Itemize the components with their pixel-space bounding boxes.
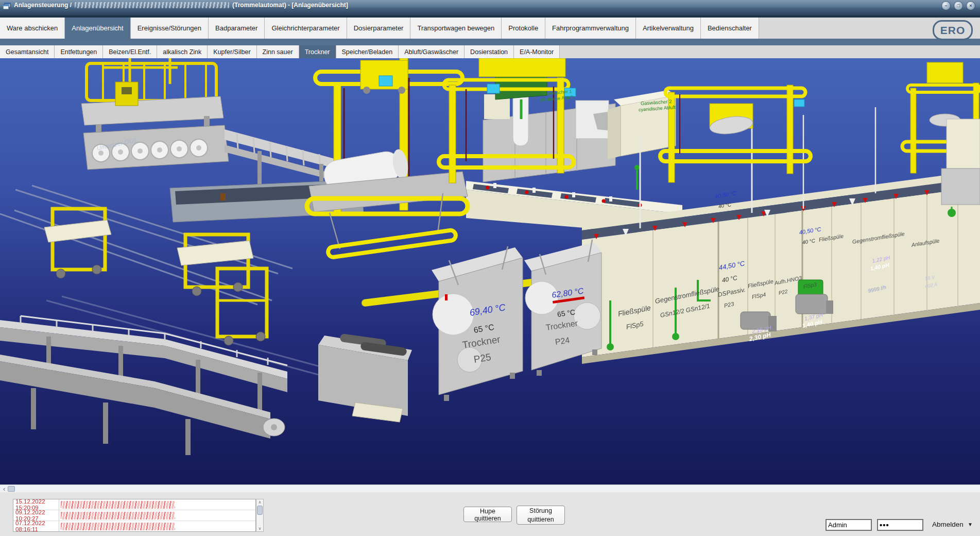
log-timestamp: 15.12.2022 15:20:09 [13, 499, 59, 510]
tab-ware-abschicken[interactable]: Ware abschicken [0, 18, 65, 39]
tab-protokolle[interactable]: Protokolle [502, 18, 545, 39]
log-row[interactable]: 07.12.2022 08:16:11 [13, 521, 255, 532]
logout-dropdown-arrow[interactable]: ▼ [968, 522, 973, 527]
event-log-scrollbar-thumb[interactable] [257, 506, 263, 515]
log-timestamp: 09.12.2022 10:20:27 [13, 510, 59, 521]
tab-gleichrichterparameter[interactable]: Gleichrichterparameter [265, 18, 347, 39]
subtab-abluft-gasw-scher[interactable]: Abluft/Gaswäscher [399, 45, 465, 58]
tab-bedienschalter[interactable]: Bedienschalter [701, 18, 759, 39]
app-window: Anlagensteuerung / (Trommelautomat) - [A… [0, 0, 980, 536]
username-input[interactable] [826, 519, 872, 531]
subtab-zinn-sauer[interactable]: Zinn sauer [257, 45, 299, 58]
dryer-p25-model [432, 246, 523, 401]
scroll-left-icon[interactable]: ‹ [3, 485, 5, 492]
window-controls: − □ × [941, 1, 975, 10]
log-timestamp: 07.12.2022 08:16:11 [13, 521, 59, 531]
ero-logo-text: ERO [940, 24, 966, 37]
window-title: Anlagensteuerung / (Trommelautomat) - [A… [14, 2, 348, 9]
horizontal-scrollbar[interactable]: ‹ [0, 484, 980, 492]
subtab-alkalisch-zink[interactable]: alkalisch Zink [157, 45, 208, 58]
tab-divider-bar [0, 39, 980, 45]
gantry-transporter-3 [660, 85, 811, 182]
subtab-entfettungen[interactable]: Entfettungen [55, 45, 103, 58]
redacted-plant-name [75, 2, 229, 8]
event-log[interactable]: 15.12.2022 15:20:0909.12.2022 10:20:2707… [13, 499, 256, 532]
tab-transportwagen-bewegen[interactable]: Transportwagen bewegen [410, 18, 502, 39]
ero-logo: ERO [933, 20, 973, 40]
stoerung-quittieren-button[interactable]: Störung quittieren [517, 506, 565, 525]
tab-dosierparameter[interactable]: Dosierparameter [347, 18, 411, 39]
scroll-up-icon[interactable]: ∧ [259, 499, 262, 505]
log-row[interactable]: 15.12.2022 15:20:09 [13, 499, 255, 510]
redacted-log-message [61, 523, 175, 530]
bottom-conveyors [0, 316, 412, 455]
close-button[interactable]: × [966, 1, 975, 10]
subtab-trockner[interactable]: Trockner [299, 45, 336, 58]
horizontal-scrollbar-thumb[interactable] [8, 486, 15, 492]
tab-ereignisse-st-rungen[interactable]: Ereignisse/Störungen [131, 18, 209, 39]
redacted-log-message [61, 501, 175, 509]
subtab-e-a-monitor[interactable]: E/A-Monitor [514, 45, 560, 58]
transport-carts [44, 209, 267, 345]
app-icon [3, 2, 11, 9]
subtab-kupfer-silber[interactable]: Kupfer/Silber [208, 45, 256, 58]
window-title-prefix: Anlagensteuerung / [14, 2, 72, 9]
titlebar: Anlagensteuerung / (Trommelautomat) - [A… [0, 0, 980, 15]
subtab-beizen-el-entf[interactable]: Beizen/El.Entf. [103, 45, 157, 58]
sub-tab-bar: GesamtansichtEntfettungenBeizen/El.Entf.… [0, 45, 980, 58]
scroll-down-icon[interactable]: ∨ [259, 526, 262, 531]
tab-fahrprogrammverwaltung[interactable]: Fahrprogrammverwaltung [545, 18, 636, 39]
subtab-dosierstation[interactable]: Dosierstation [465, 45, 514, 58]
drum-conveyor [83, 125, 229, 170]
tab-badparameter[interactable]: Badparameter [209, 18, 265, 39]
window-title-suffix: (Trommelautomat) - [Anlagenübersicht] [232, 2, 348, 9]
event-log-scrollbar[interactable]: ∧ ∨ [256, 499, 264, 532]
tab-anlagen-bersicht[interactable]: Anlagenübersicht [65, 18, 130, 39]
subtab-gesamtansicht[interactable]: Gesamtansicht [0, 45, 55, 58]
maximize-button[interactable]: □ [954, 1, 963, 10]
log-row[interactable]: 09.12.2022 10:20:27 [13, 510, 255, 521]
redacted-log-message [61, 512, 175, 520]
tab-artikelverwaltung[interactable]: Artikelverwaltung [636, 18, 701, 39]
main-tab-bar: Ware abschickenAnlagenübersichtEreigniss… [0, 18, 980, 39]
plant-3d-view[interactable]: Umsetzer OU1Gaswäscher 1alkalische Abluf… [0, 58, 980, 484]
logout-label[interactable]: Abmelden [932, 521, 964, 528]
minimize-button[interactable]: − [941, 1, 951, 10]
subtab-speicher-beladen[interactable]: Speicher/Beladen [336, 45, 399, 58]
password-input[interactable] [877, 519, 923, 531]
hupe-quittieren-button[interactable]: Hupe quittieren [463, 507, 512, 522]
bottom-panel: 15.12.2022 15:20:0909.12.2022 10:20:2707… [0, 492, 980, 536]
